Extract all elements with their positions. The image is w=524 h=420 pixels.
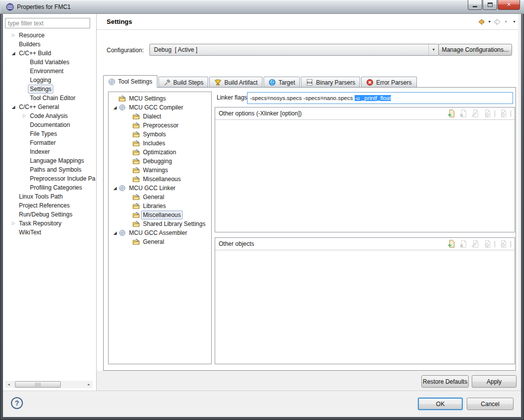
nav-tree-item[interactable]: Linux Tools Path	[3, 192, 96, 201]
tab-build-artifact[interactable]: Build Artifact	[209, 77, 262, 88]
tool-tree-item[interactable]: Miscellaneous	[109, 210, 211, 219]
move-up-object-button[interactable]	[483, 240, 491, 248]
tool-tree-item[interactable]: MCU GCC Assembler	[109, 228, 211, 237]
tree-item-icon	[119, 104, 127, 111]
tree-expander-icon[interactable]	[10, 49, 17, 58]
add-option-button[interactable]	[447, 109, 455, 118]
tool-tree-item[interactable]: Warnings	[109, 166, 211, 175]
nav-tree-item[interactable]: Tool Chain Editor	[3, 94, 96, 103]
help-button[interactable]: ?	[11, 397, 23, 409]
nav-tree-item[interactable]: Environment	[3, 67, 96, 76]
apply-button[interactable]: Apply	[472, 375, 517, 388]
tool-tree-item[interactable]: Includes	[109, 139, 211, 148]
configuration-select[interactable]: Debug [ Active ] ▼	[149, 44, 439, 56]
tool-tree-item[interactable]: Symbols	[109, 130, 211, 139]
svg-text:010: 010	[307, 81, 313, 84]
horizontal-scrollbar[interactable]: ◄ ►	[5, 381, 93, 388]
add-object-button[interactable]	[447, 240, 455, 248]
tool-tree-item[interactable]: MCU GCC Compiler	[109, 103, 211, 112]
nav-tree-item[interactable]: C/C++ Build	[3, 49, 96, 58]
tree-expander-icon[interactable]	[10, 219, 17, 228]
forward-button[interactable]	[493, 17, 502, 26]
tree-item-icon	[132, 113, 141, 120]
linker-flags-text: -specs=nosys.specs -specs=nano.specs	[250, 95, 355, 101]
properties-dialog: Properties for FMC1 ✕ Resource	[0, 0, 524, 420]
tree-expander-icon[interactable]	[10, 103, 17, 111]
tool-tree-item[interactable]: Miscellaneous	[109, 175, 211, 184]
tool-tree-item[interactable]: Preprocessor	[109, 121, 211, 130]
nav-tree-item[interactable]: WikiText	[3, 228, 96, 237]
nav-tree-item[interactable]: Builders	[3, 40, 96, 49]
nav-tree-item[interactable]: Task Repository	[3, 219, 96, 228]
cancel-button[interactable]: Cancel	[467, 398, 514, 410]
tree-expander-icon[interactable]	[112, 184, 119, 193]
tool-tree-item[interactable]: Libraries	[109, 202, 211, 210]
scroll-left-icon[interactable]: ◄	[5, 381, 12, 388]
delete-icon	[459, 109, 467, 117]
nav-tree-item[interactable]: Code Analysis	[3, 111, 96, 120]
scrollbar-thumb[interactable]	[15, 381, 61, 388]
scroll-right-icon[interactable]: ►	[85, 381, 93, 388]
back-menu-caret-icon[interactable]: ▼	[488, 17, 491, 26]
nav-tree-item[interactable]: Indexer	[3, 147, 96, 156]
move-down-option-button[interactable]	[499, 109, 507, 118]
view-menu-caret-icon[interactable]: ▼	[513, 17, 516, 26]
tree-expander-icon[interactable]	[21, 111, 28, 120]
nav-tree-item[interactable]: Documentation	[3, 120, 96, 129]
edit-object-button[interactable]	[471, 240, 479, 248]
tool-tree-item[interactable]: Dialect	[109, 112, 211, 121]
tab-tool-settings[interactable]: Tool Settings	[103, 75, 157, 88]
tab-binary-parsers[interactable]: 010 Binary Parsers	[301, 77, 360, 88]
nav-tree-item[interactable]: Language Mappings	[3, 156, 96, 165]
ok-button[interactable]: OK	[418, 398, 463, 410]
titlebar[interactable]: Properties for FMC1 ✕	[0, 0, 524, 14]
nav-tree-item[interactable]: Run/Debug Settings	[3, 210, 96, 219]
tool-tree-item[interactable]: MCU GCC Linker	[109, 184, 211, 193]
manage-configurations-button[interactable]: Manage Configurations...	[438, 44, 512, 56]
tool-tree-item[interactable]: General	[109, 237, 211, 246]
nav-tree-item[interactable]: Logging	[3, 76, 96, 85]
tool-tree-item[interactable]: Debugging	[109, 157, 211, 166]
tool-tree-item[interactable]: General	[109, 193, 211, 202]
nav-item-label: C/C++ General	[17, 103, 61, 111]
move-up-option-button[interactable]	[483, 109, 491, 118]
tool-item-label: Miscellaneous	[141, 175, 183, 184]
tab-error-parsers[interactable]: Error Parsers	[361, 77, 416, 88]
settings-folder-icon	[132, 211, 140, 218]
minimize-button[interactable]	[468, 0, 482, 10]
nav-tree-item[interactable]: Profiling Categories	[3, 183, 96, 192]
delete-option-button[interactable]	[459, 109, 467, 118]
tool-tree-item[interactable]: MCU Settings	[109, 94, 211, 103]
tab-target[interactable]: Target	[263, 77, 300, 88]
close-button[interactable]: ✕	[498, 0, 520, 10]
maximize-button[interactable]	[483, 0, 497, 10]
restore-defaults-button[interactable]: Restore Defaults	[421, 375, 469, 388]
nav-tree-item[interactable]: Project References	[3, 201, 96, 210]
nav-tree-item[interactable]: Resource	[3, 31, 96, 40]
nav-tree-item[interactable]: File Types	[3, 129, 96, 138]
filter-input[interactable]	[5, 18, 90, 28]
back-button[interactable]	[477, 17, 486, 26]
nav-tree-item[interactable]: Formatter	[3, 138, 96, 147]
nav-tree-item[interactable]: C/C++ General	[3, 103, 96, 111]
nav-item-label: Linux Tools Path	[17, 192, 65, 201]
tree-expander-icon[interactable]	[112, 103, 119, 112]
move-down-object-button[interactable]	[499, 240, 507, 248]
other-objects-title: Other objects	[219, 240, 447, 247]
nav-tree-item[interactable]: Paths and Symbols	[3, 165, 96, 174]
linker-flags-input[interactable]: -specs=nosys.specs -specs=nano.specs -u …	[247, 92, 513, 104]
tool-tree-item[interactable]: Optimization	[109, 148, 211, 157]
nav-tree-item[interactable]: Settings	[3, 85, 96, 94]
tree-expander-icon[interactable]	[112, 228, 119, 237]
settings-folder-icon	[119, 95, 126, 102]
navigation-panel: Resource Builders C/C++ Build Bu	[3, 14, 96, 391]
tree-expander-icon[interactable]	[10, 31, 17, 40]
edit-option-button[interactable]	[471, 109, 479, 118]
tab-build-steps[interactable]: Build Steps	[158, 77, 209, 88]
combo-dropdown-icon[interactable]: ▼	[428, 44, 438, 55]
forward-menu-caret-icon[interactable]: ▼	[504, 17, 508, 26]
tool-tree-item[interactable]: Shared Library Settings	[109, 219, 211, 228]
nav-tree-item[interactable]: Preprocessor Include Pa	[3, 174, 96, 183]
nav-tree-item[interactable]: Build Variables	[3, 58, 96, 67]
delete-object-button[interactable]	[459, 240, 467, 248]
